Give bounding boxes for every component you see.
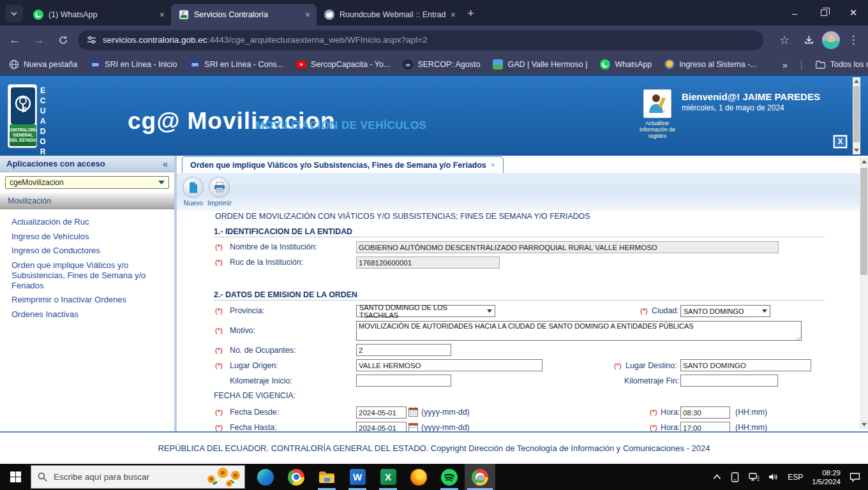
content-scrollbar[interactable]: [860, 158, 868, 429]
cge-logo: CONTRALORÍAGENERALDEL ESTADO: [8, 84, 37, 148]
browser-tab-servicios[interactable]: C Servicios Contraloría ×: [171, 4, 317, 26]
nombre-institucion-input[interactable]: [356, 241, 779, 253]
bookmark-star-icon[interactable]: ☆: [775, 31, 794, 50]
taskbar-explorer[interactable]: [311, 464, 342, 490]
bookmark-nueva-pestana[interactable]: Nueva pestaña: [9, 59, 77, 70]
rotation-lock-icon[interactable]: [730, 472, 740, 482]
textarea-resize-grip[interactable]: [795, 334, 801, 340]
lugar-origen-input[interactable]: [356, 359, 542, 371]
hora-desde-input[interactable]: [680, 406, 730, 419]
scroll-up-arrow[interactable]: [853, 77, 860, 85]
provincia-select[interactable]: SANTO DOMINGO DE LOS TSACHILAS: [356, 305, 495, 317]
content-toolbar-band: [177, 173, 860, 211]
sidebar-menu: Actualización de Ruc Ingreso de Vehículo…: [11, 217, 167, 323]
bookmark-sri-consultas[interactable]: SRI SRI en Línea - Cons...: [190, 59, 283, 70]
bookmark-ingreso-sistema[interactable]: Ingreso al Sistema -...: [664, 59, 757, 70]
back-button[interactable]: ←: [5, 31, 24, 50]
required-marker: (*): [215, 307, 223, 315]
taskbar-search[interactable]: Escribe aquí para buscar: [31, 465, 245, 489]
ciudad-value: SANTO DOMINGO: [684, 308, 744, 315]
fecha-formato-hint: (yyyy-mm-dd): [421, 423, 470, 432]
reload-button[interactable]: [54, 31, 73, 50]
bookmark-gad-valle-hermoso[interactable]: GAD | Valle Hermoso |: [493, 59, 587, 70]
window-close-button[interactable]: ✕: [839, 0, 868, 26]
app-subtitle: MOVILIZACIÓN DE VEHÍCULOS: [255, 119, 426, 132]
motivo-textarea[interactable]: MOVILIZACIÓN DE AUTORIDADES HACIA LA CIU…: [356, 321, 802, 341]
taskbar-chrome[interactable]: [281, 464, 311, 490]
kilometraje-inicio-input[interactable]: [356, 375, 451, 387]
ciudad-select[interactable]: SANTO DOMINGO: [680, 305, 770, 317]
tab-close-icon[interactable]: ×: [305, 10, 310, 20]
bookmark-sri-inicio[interactable]: SRI SRI en Línea - Inicio: [90, 59, 177, 70]
ocupantes-input[interactable]: [356, 344, 451, 356]
browser-menu-button[interactable]: ⋮: [844, 31, 863, 50]
scroll-down-arrow[interactable]: [860, 420, 868, 429]
taskbar-spotify[interactable]: [434, 464, 465, 490]
action-center-icon[interactable]: [849, 472, 860, 482]
tray-chevron-icon[interactable]: [713, 474, 721, 480]
tab-close-icon[interactable]: ×: [451, 10, 456, 20]
volume-icon[interactable]: [768, 473, 779, 481]
sidebar-item-ordenes-inactivas[interactable]: Ordenes Inactivas: [11, 309, 167, 320]
browser-tab-roundcube[interactable]: Roundcube Webmail :: Entrada ×: [317, 4, 462, 26]
nuevo-button[interactable]: [183, 177, 204, 198]
fecha-desde-input[interactable]: [356, 406, 407, 419]
bookmark-label: Nueva pestaña: [24, 60, 77, 69]
scroll-up-arrow[interactable]: [860, 158, 868, 166]
sidebar-collapse-icon[interactable]: «: [163, 158, 168, 169]
bookmark-sercopcapacita[interactable]: SercopCapacita - Yo...: [296, 59, 390, 70]
window-minimize-button[interactable]: –: [780, 0, 809, 26]
content-tab[interactable]: Orden que implique Viáticos y/o Subsiste…: [182, 156, 504, 173]
all-bookmarks-button[interactable]: Todos los marcadores: [816, 59, 868, 70]
required-marker: (*): [640, 307, 648, 315]
scroll-down-arrow[interactable]: [853, 146, 860, 154]
ruc-institucion-input[interactable]: [356, 256, 500, 269]
application-select[interactable]: cgeMovilizacion: [5, 176, 169, 189]
app-banner: CONTRALORÍAGENERALDEL ESTADO ECUADOR cg@…: [0, 75, 868, 156]
start-button[interactable]: [0, 464, 31, 490]
sidebar-item-ingreso-conductores[interactable]: Ingreso de Conductores: [11, 246, 167, 256]
sidebar-item-actualizacion-ruc[interactable]: Actualización de Ruc: [11, 217, 167, 227]
bookmark-sercop-agosto[interactable]: ∞ SERCOP: Agosto: [403, 59, 480, 70]
required-marker: (*): [215, 362, 223, 369]
bookmark-whatsapp[interactable]: WhatsApp: [600, 59, 652, 70]
scrollbar-thumb[interactable]: [853, 86, 860, 142]
avatar-caption[interactable]: Actualizar información de registro: [636, 120, 679, 139]
window-restore-button[interactable]: [809, 0, 839, 26]
downloads-button[interactable]: [799, 31, 818, 50]
banner-close-button[interactable]: X: [834, 135, 847, 148]
taskbar-firefox[interactable]: [403, 464, 434, 490]
tab-search-button[interactable]: [5, 4, 23, 22]
taskbar-excel[interactable]: X: [373, 464, 403, 490]
kilometraje-fin-input[interactable]: [680, 375, 778, 387]
new-tab-button[interactable]: +: [467, 6, 474, 20]
imprimir-button[interactable]: [209, 177, 230, 198]
profile-avatar[interactable]: [822, 31, 840, 49]
lugar-destino-input[interactable]: [680, 359, 811, 371]
browser-tab-whatsapp[interactable]: (1) WhatsApp ×: [26, 4, 171, 26]
taskbar-edge[interactable]: [250, 464, 281, 490]
url-text: servicios.contraloria.gob.ec:4443/cge_ar…: [103, 35, 427, 45]
tab-close-icon[interactable]: ×: [160, 10, 165, 20]
sidebar-item-reimprimir-ordenes[interactable]: Reimprimir o Inactivar Ordenes: [11, 295, 167, 305]
bookmark-label: Ingreso al Sistema -...: [679, 60, 757, 69]
url-bar[interactable]: servicios.contraloria.gob.ec:4443/cge_ar…: [78, 30, 763, 50]
bookmarks-overflow-button[interactable]: »: [782, 59, 788, 70]
forward-button[interactable]: →: [29, 31, 49, 50]
content-tab-close-icon[interactable]: ×: [491, 161, 495, 170]
network-icon[interactable]: [749, 473, 760, 482]
taskbar-word[interactable]: W: [342, 464, 373, 490]
youtube-icon: [296, 59, 306, 70]
banner-scrollbar[interactable]: [853, 77, 860, 154]
scrollbar-thumb[interactable]: [860, 168, 867, 275]
language-indicator[interactable]: ESP: [788, 473, 803, 482]
calendar-icon[interactable]: [408, 407, 418, 419]
sidebar-item-ingreso-vehiculos[interactable]: Ingreso de Vehículos: [11, 232, 167, 242]
required-marker: (*): [215, 346, 223, 354]
update-info-avatar[interactable]: [643, 89, 671, 118]
sidebar-item-orden-viaticos[interactable]: Orden que implique Viáticos y/o Subsiste…: [11, 260, 167, 291]
taskbar-chrome-active[interactable]: [465, 464, 495, 490]
taskbar-clock[interactable]: 08:29 1/5/2024: [812, 468, 841, 486]
firefox-icon: [410, 469, 427, 486]
download-icon: [804, 34, 814, 45]
